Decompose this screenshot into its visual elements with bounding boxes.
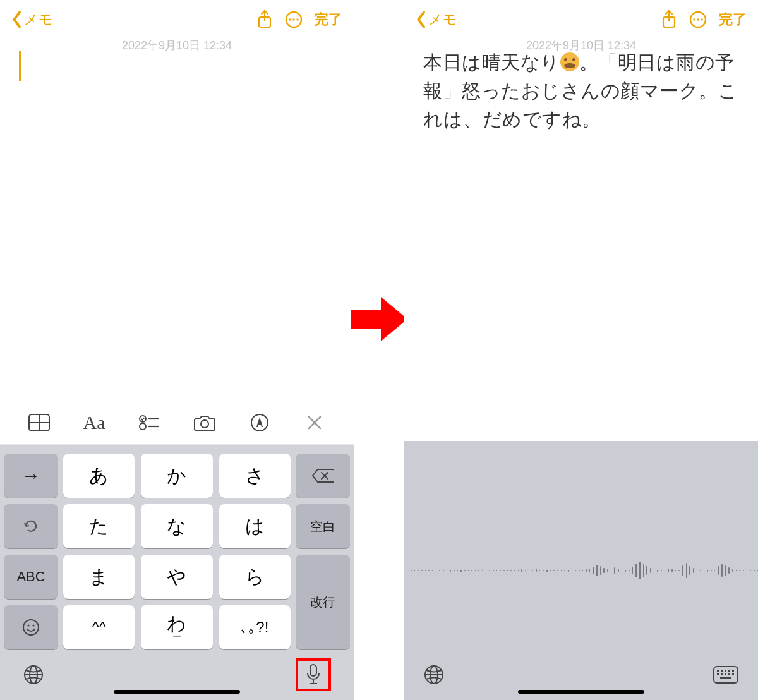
key-wa[interactable]: わ ー — [141, 605, 212, 649]
svg-point-16 — [32, 624, 34, 626]
back-label: メモ — [428, 10, 457, 29]
waveform-bar — [421, 570, 423, 571]
waveform-bar — [568, 570, 569, 572]
waveform-bar — [478, 570, 479, 571]
waveform-bar — [618, 569, 619, 572]
waveform-bar — [686, 563, 687, 578]
table-icon[interactable] — [27, 410, 52, 435]
back-button[interactable]: メモ — [11, 10, 53, 29]
waveform-bar — [635, 564, 637, 577]
waveform-bar — [418, 570, 419, 571]
waveform-bar — [572, 569, 573, 572]
more-icon[interactable] — [689, 10, 707, 29]
waveform-bar — [675, 570, 677, 571]
done-button[interactable]: 完了 — [315, 10, 342, 29]
waveform-bar — [503, 570, 505, 571]
waveform-bar — [564, 570, 565, 571]
waveform-bar — [643, 564, 644, 577]
key-ra[interactable]: ら — [219, 555, 291, 599]
key-abc[interactable]: ABC — [4, 555, 58, 599]
waveform-bar — [650, 568, 651, 573]
waveform-bar — [475, 570, 476, 571]
waveform-bar — [750, 570, 751, 571]
waveform-bar — [489, 570, 490, 571]
mic-button[interactable] — [296, 658, 331, 691]
waveform-bar — [536, 569, 537, 572]
voice-input-panel — [404, 441, 758, 700]
waveform-bar — [525, 570, 526, 571]
waveform-bar — [414, 570, 416, 571]
share-icon[interactable] — [256, 9, 273, 30]
more-icon[interactable] — [284, 10, 303, 29]
waveform-bar — [582, 570, 584, 571]
share-icon[interactable] — [661, 9, 677, 30]
markup-icon[interactable] — [247, 410, 272, 435]
globe-icon[interactable] — [23, 664, 44, 685]
key-ha[interactable]: は — [219, 504, 291, 548]
key-undo[interactable] — [4, 504, 58, 548]
camera-icon[interactable] — [192, 410, 217, 435]
waveform-bar — [743, 570, 744, 571]
waveform-bar — [521, 569, 522, 572]
svg-rect-20 — [310, 665, 316, 676]
waveform-bar — [661, 570, 662, 571]
waveform-bar — [736, 570, 737, 571]
waveform-bar — [518, 570, 519, 571]
waveform-bar — [432, 570, 433, 571]
waveform-bar — [629, 570, 630, 571]
done-button[interactable]: 完了 — [719, 10, 747, 29]
waveform-bar — [593, 567, 594, 574]
key-sa[interactable]: さ — [219, 454, 291, 498]
svg-rect-33 — [721, 670, 723, 672]
key-symbols2[interactable]: ､｡?! — [219, 605, 291, 649]
keyboard[interactable]: → ABC あ か さ た な は ま や ら ^^ — [0, 445, 354, 700]
waveform-bar — [450, 570, 451, 572]
waveform-bar — [436, 570, 437, 571]
key-backspace[interactable] — [296, 454, 350, 498]
keyboard-icon[interactable] — [713, 665, 739, 684]
close-icon[interactable] — [302, 410, 327, 435]
waveform-bar — [539, 570, 541, 571]
key-wa-label: わ — [167, 614, 186, 633]
waveform-bar — [665, 569, 666, 572]
key-na[interactable]: な — [141, 504, 212, 548]
key-return[interactable]: 改行 — [296, 555, 350, 649]
home-indicator[interactable] — [518, 690, 644, 694]
waveform-bar — [507, 570, 508, 571]
key-arrow-right[interactable]: → — [4, 454, 58, 498]
key-emoji[interactable] — [4, 605, 58, 649]
waveform-bar — [732, 569, 733, 572]
svg-point-3 — [292, 18, 295, 21]
waveform-bar — [500, 570, 501, 571]
key-ya[interactable]: や — [141, 555, 212, 599]
key-ta[interactable]: た — [63, 504, 135, 548]
key-symbols1[interactable]: ^^ — [63, 605, 135, 649]
waveform-bar — [697, 569, 698, 572]
waveform-bar — [725, 565, 726, 576]
waveform-bar — [532, 570, 533, 571]
key-ma[interactable]: ま — [63, 555, 135, 599]
svg-point-4 — [296, 18, 299, 21]
waveform-bar — [668, 569, 669, 572]
key-a[interactable]: あ — [63, 454, 135, 498]
key-space[interactable]: 空白 — [296, 504, 350, 548]
waveform-bar — [468, 570, 469, 571]
waveform-bar — [646, 566, 647, 575]
note-body[interactable]: 本日は晴天なり。「明日は雨の予報」怒ったおじさんの顔マーク。これは、だめですね。 — [404, 39, 758, 133]
back-button[interactable]: メモ — [416, 10, 457, 29]
waveform-bar — [728, 567, 730, 574]
text-style-icon[interactable]: Aa — [81, 410, 107, 435]
home-indicator[interactable] — [114, 690, 240, 694]
waveform-bar — [671, 569, 673, 572]
svg-rect-36 — [732, 670, 734, 672]
waveform-bar — [411, 570, 412, 571]
checklist-icon[interactable] — [136, 410, 162, 435]
waveform-bar — [693, 568, 694, 573]
waveform-bar — [611, 569, 612, 572]
key-ka[interactable]: か — [141, 454, 212, 498]
waveform-bar — [714, 570, 716, 571]
globe-icon[interactable] — [423, 664, 445, 685]
waveform-bar — [704, 570, 705, 571]
waveform-bar — [632, 567, 634, 574]
waveform-bar — [639, 562, 641, 579]
